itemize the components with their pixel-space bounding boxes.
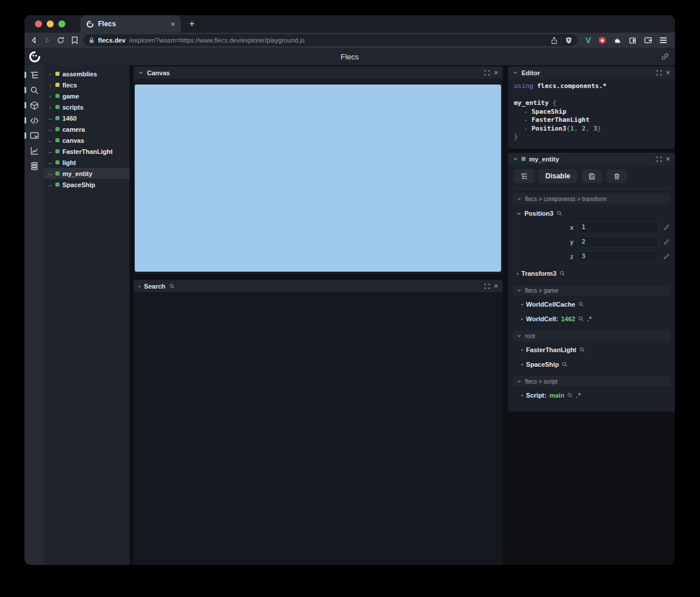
tree-item-label: light <box>62 159 76 166</box>
collapse-chevron-icon <box>517 379 522 384</box>
z-value-input[interactable] <box>578 251 659 262</box>
adguard-extension-icon[interactable] <box>598 37 606 44</box>
tree-item[interactable]: –camera <box>44 124 130 135</box>
component-transform3[interactable]: • Transform3 <box>508 266 675 280</box>
section-header-transform[interactable]: flecs > components > transform <box>513 194 670 204</box>
zoom-window-button[interactable] <box>58 20 65 27</box>
disable-button[interactable]: Disable <box>539 169 577 183</box>
share-link-icon[interactable] <box>661 52 669 61</box>
search-panel-header: • Search × <box>134 280 503 292</box>
delete-button[interactable] <box>607 169 627 183</box>
tree-item[interactable]: –FasterThanLight <box>44 146 130 157</box>
tree-item[interactable]: ›game <box>44 90 130 101</box>
tree-item[interactable]: ›scripts <box>44 101 130 113</box>
wallet-icon[interactable] <box>644 37 652 44</box>
edit-pencil-icon[interactable] <box>663 224 670 230</box>
collapse-chevron-icon[interactable] <box>513 70 518 75</box>
save-button[interactable] <box>582 169 602 183</box>
back-button[interactable] <box>30 36 38 44</box>
component-position3[interactable]: Position3 <box>508 205 675 219</box>
brave-shield-icon[interactable] <box>565 37 572 44</box>
expand-chevron-icon[interactable]: › <box>48 93 52 100</box>
edit-pencil-icon[interactable] <box>663 253 670 259</box>
show-in-tree-button[interactable] <box>514 169 534 183</box>
expand-chevron-icon[interactable]: › <box>48 71 52 78</box>
bookmark-icon[interactable] <box>71 36 78 44</box>
close-panel-icon[interactable]: × <box>494 282 498 290</box>
component-worldcell[interactable]: • WorldCell: 1462 .* <box>508 311 675 326</box>
sidebar-item-entities-cube-icon[interactable] <box>30 100 39 110</box>
tag-fasterthanlight[interactable]: • FasterThanLight <box>508 342 675 357</box>
fullscreen-icon[interactable] <box>656 70 662 76</box>
tree-item[interactable]: –light <box>44 157 130 168</box>
magnifier-icon[interactable] <box>578 316 584 322</box>
active-pill <box>24 132 26 139</box>
leaf-dash: – <box>48 170 52 177</box>
collapse-chevron-icon[interactable] <box>516 211 522 216</box>
fullscreen-icon[interactable] <box>484 70 490 76</box>
tree-item[interactable]: ›flecs <box>44 79 130 90</box>
magnifier-icon[interactable] <box>578 301 584 307</box>
url-bar[interactable]: flecs.dev /explorer/?wasm=https://www.fl… <box>83 34 578 46</box>
collapse-chevron-icon[interactable] <box>513 156 518 161</box>
magnifier-icon[interactable] <box>559 271 565 276</box>
code-editor[interactable]: using flecs.components.* my_entity { - S… <box>508 79 675 145</box>
browser-menu-icon[interactable] <box>660 37 667 43</box>
tree-item-selected[interactable]: –my_entity <box>44 168 130 179</box>
component-worldcellcache[interactable]: • WorldCellCache <box>508 297 675 311</box>
collapse-chevron-icon <box>517 288 522 293</box>
sidebar-toggle-icon[interactable] <box>629 37 636 44</box>
magnifier-icon[interactable] <box>567 392 573 398</box>
sidebar-item-code-icon[interactable] <box>30 115 39 125</box>
tree-item[interactable]: –SpaceShip <box>44 179 130 190</box>
close-panel-icon[interactable]: × <box>666 69 670 76</box>
edit-pencil-icon[interactable] <box>663 238 670 245</box>
section-header-script[interactable]: flecs > script <box>513 376 670 387</box>
fullscreen-icon[interactable] <box>484 283 490 289</box>
sidebar-item-tree-icon[interactable] <box>30 70 39 80</box>
field-row: x <box>517 220 675 234</box>
tree-item[interactable]: –canvas <box>44 135 130 146</box>
sidebar-item-canvas-icon[interactable] <box>30 131 39 141</box>
close-panel-icon[interactable]: × <box>666 155 670 163</box>
tree-item-label: 1460 <box>62 115 76 122</box>
vue-devtools-icon[interactable]: V <box>586 36 591 44</box>
magnifier-icon[interactable] <box>169 283 175 289</box>
collapse-chevron-icon[interactable] <box>138 70 144 75</box>
magnifier-icon[interactable] <box>556 210 562 216</box>
close-panel-icon[interactable]: × <box>494 69 498 76</box>
share-icon[interactable] <box>551 37 558 44</box>
tab-close-icon[interactable]: × <box>170 20 175 29</box>
code-line: - SpaceShip <box>514 108 669 117</box>
reload-button[interactable] <box>57 36 65 44</box>
pair-indicator: .* <box>576 392 581 399</box>
fullscreen-icon[interactable] <box>656 156 662 162</box>
extensions-puzzle-icon[interactable] <box>614 37 621 44</box>
magnifier-icon[interactable] <box>579 347 585 353</box>
magnifier-icon[interactable] <box>562 361 568 367</box>
tab-title: Flecs <box>98 20 166 28</box>
render-canvas[interactable] <box>135 85 501 272</box>
close-window-button[interactable] <box>35 20 42 27</box>
y-value-input[interactable] <box>578 236 659 248</box>
sidebar-item-queries-rows-icon[interactable] <box>30 161 39 171</box>
component-script[interactable]: • Script: main .* <box>508 388 675 402</box>
tree-item[interactable]: –1460 <box>44 113 130 124</box>
minimize-window-button[interactable] <box>47 20 54 27</box>
sidebar-item-search-icon[interactable] <box>30 85 39 95</box>
panel-title: Editor <box>522 69 540 76</box>
new-tab-button[interactable]: + <box>189 18 195 30</box>
x-value-input[interactable] <box>578 222 659 233</box>
url-path: /explorer/?wasm=https://www.flecs.dev/ex… <box>129 37 547 44</box>
tree-item-label: camera <box>62 126 85 133</box>
bullet: • <box>516 270 519 277</box>
expand-chevron-icon[interactable]: › <box>48 104 52 111</box>
sidebar-item-stats-chart-icon[interactable] <box>30 146 39 156</box>
browser-tab[interactable]: Flecs × <box>80 15 181 33</box>
section-header-game[interactable]: flecs > game <box>513 285 670 296</box>
tag-spaceship[interactable]: • SpaceShip <box>508 357 675 371</box>
section-header-root[interactable]: root <box>513 331 670 341</box>
expand-chevron-icon[interactable]: › <box>48 82 52 89</box>
forward-button[interactable] <box>43 36 51 44</box>
tree-item[interactable]: ›assemblies <box>44 68 130 79</box>
